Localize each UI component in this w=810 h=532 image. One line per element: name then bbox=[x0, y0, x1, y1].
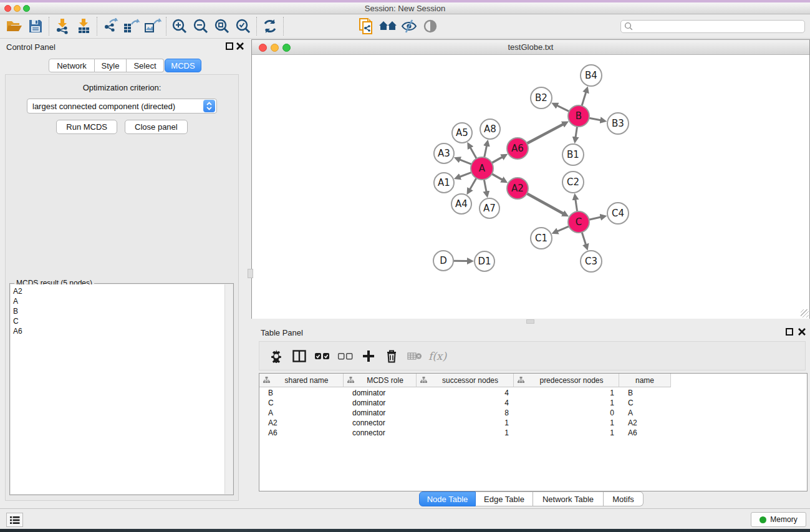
close-panel-icon[interactable] bbox=[798, 327, 806, 336]
cell-shared-name[interactable]: B bbox=[259, 388, 344, 398]
add-column-icon[interactable] bbox=[357, 346, 380, 367]
edge-A-A4[interactable] bbox=[470, 178, 476, 190]
criterion-dropdown[interactable]: largest connected component (directed) bbox=[27, 99, 217, 114]
float-panel-icon[interactable] bbox=[786, 328, 793, 336]
run-mcds-button[interactable]: Run MCDS bbox=[56, 120, 117, 134]
edge-C-C2[interactable] bbox=[576, 200, 577, 211]
table-row[interactable]: Cdominator41C bbox=[259, 398, 671, 408]
edge-A-A3[interactable] bbox=[460, 160, 471, 165]
hide-graphics-details-icon[interactable] bbox=[398, 17, 420, 36]
deselect-all-icon[interactable] bbox=[334, 346, 357, 367]
home-view-icon[interactable] bbox=[377, 17, 398, 36]
cell-MCDS-role[interactable]: connector bbox=[344, 428, 417, 438]
export-table-icon[interactable] bbox=[121, 17, 142, 36]
cell-MCDS-role[interactable]: dominator bbox=[344, 388, 417, 398]
cell-shared-name[interactable]: A2 bbox=[259, 418, 344, 428]
edge-A-A5[interactable] bbox=[470, 148, 476, 159]
edge-C-C1[interactable] bbox=[557, 226, 569, 231]
zoom-out-icon[interactable] bbox=[190, 17, 211, 36]
cell-predecessor-nodes[interactable]: 1 bbox=[514, 428, 619, 438]
cell-successor-nodes[interactable]: 4 bbox=[417, 388, 514, 398]
delete-table-icon[interactable] bbox=[403, 346, 426, 367]
cell-name[interactable]: A6 bbox=[619, 428, 671, 438]
edge-B-B1[interactable] bbox=[576, 127, 577, 137]
tab-style[interactable]: Style bbox=[95, 59, 127, 72]
edge-A-A7[interactable] bbox=[484, 180, 486, 192]
minimize-network-window-button[interactable] bbox=[271, 44, 279, 52]
zoom-selected-icon[interactable] bbox=[233, 17, 254, 36]
cell-name[interactable]: A bbox=[619, 408, 671, 418]
zoom-network-window-button[interactable] bbox=[282, 44, 291, 52]
cell-successor-nodes[interactable]: 4 bbox=[417, 398, 514, 408]
column-header-successor-nodes[interactable]: successor nodes bbox=[417, 374, 514, 387]
table-row[interactable]: A6connector11A6 bbox=[259, 428, 671, 438]
table-row[interactable]: Bdominator41B bbox=[259, 388, 671, 398]
settings-gear-icon[interactable] bbox=[264, 346, 287, 367]
zoom-in-icon[interactable] bbox=[169, 17, 190, 36]
network-graph[interactable]: B4B2BB3A5A8A6A3AB1A1C2A2A4A7CC4C1C3DD1 bbox=[252, 56, 809, 319]
result-item[interactable]: A2 bbox=[13, 286, 233, 296]
edge-A-A2[interactable] bbox=[492, 174, 503, 180]
open-session-icon[interactable] bbox=[4, 17, 25, 36]
edge-A-A8[interactable] bbox=[485, 145, 487, 157]
tab-select[interactable]: Select bbox=[127, 59, 164, 72]
edge-A-A6[interactable] bbox=[492, 157, 503, 163]
result-item[interactable]: B bbox=[13, 306, 233, 316]
show-graphics-details-icon[interactable] bbox=[420, 17, 441, 36]
panel-divider-grip[interactable] bbox=[526, 319, 534, 324]
column-header-shared-name[interactable]: shared name bbox=[259, 374, 344, 387]
export-image-icon[interactable] bbox=[142, 17, 163, 36]
close-panel-button[interactable]: Close panel bbox=[125, 120, 188, 134]
network-canvas[interactable]: B4B2BB3A5A8A6A3AB1A1C2A2A4A7CC4C1C3DD1 bbox=[252, 56, 809, 319]
function-builder-icon[interactable]: f(x) bbox=[426, 346, 449, 367]
export-network-icon[interactable] bbox=[100, 17, 121, 36]
minimize-window-button[interactable] bbox=[14, 5, 21, 12]
cell-predecessor-nodes[interactable]: 1 bbox=[514, 388, 619, 398]
edge-B-B2[interactable] bbox=[557, 105, 569, 111]
cell-MCDS-role[interactable]: connector bbox=[344, 418, 417, 428]
cell-shared-name[interactable]: A bbox=[259, 408, 344, 418]
column-header-MCDS-role[interactable]: MCDS role bbox=[344, 374, 417, 387]
zoom-fit-icon[interactable] bbox=[211, 17, 233, 36]
cell-MCDS-role[interactable]: dominator bbox=[344, 398, 417, 408]
cell-successor-nodes[interactable]: 1 bbox=[417, 418, 514, 428]
import-table-icon[interactable] bbox=[73, 17, 94, 36]
tab-motifs[interactable]: Motifs bbox=[604, 491, 644, 506]
network-window-titlebar[interactable]: testGlobe.txt bbox=[252, 40, 809, 55]
mcds-result-list[interactable]: A2ABCA6 bbox=[11, 284, 233, 494]
tab-network-table[interactable]: Network Table bbox=[533, 491, 604, 506]
search-field[interactable] bbox=[620, 20, 805, 33]
cell-shared-name[interactable]: A6 bbox=[259, 428, 344, 438]
result-list-scrollbar[interactable] bbox=[224, 284, 233, 494]
edge-C-C3[interactable] bbox=[582, 232, 586, 244]
task-history-button[interactable] bbox=[6, 513, 23, 527]
panel-divider-grip[interactable] bbox=[248, 269, 253, 278]
clone-network-icon[interactable] bbox=[356, 17, 377, 36]
edge-C-C4[interactable] bbox=[589, 217, 601, 220]
edge-A6-B[interactable] bbox=[527, 124, 563, 143]
delete-column-icon[interactable] bbox=[380, 346, 403, 367]
close-network-window-button[interactable] bbox=[259, 44, 267, 52]
window-resize-grip[interactable] bbox=[801, 309, 809, 317]
zoom-window-button[interactable] bbox=[23, 5, 30, 12]
tab-node-table[interactable]: Node Table bbox=[419, 491, 476, 506]
node-table[interactable]: shared nameMCDS rolesuccessor nodesprede… bbox=[259, 373, 808, 491]
result-item[interactable]: A6 bbox=[13, 326, 233, 336]
refresh-icon[interactable] bbox=[259, 17, 281, 36]
result-item[interactable]: C bbox=[13, 316, 233, 326]
cell-predecessor-nodes[interactable]: 1 bbox=[514, 418, 619, 428]
cell-name[interactable]: A2 bbox=[619, 418, 671, 428]
cell-name[interactable]: C bbox=[619, 398, 671, 408]
edge-B-B4[interactable] bbox=[582, 92, 586, 106]
save-session-icon[interactable] bbox=[25, 17, 46, 36]
edge-A2-C[interactable] bbox=[527, 193, 564, 213]
memory-button[interactable]: Memory bbox=[751, 512, 806, 527]
cell-successor-nodes[interactable]: 1 bbox=[417, 428, 514, 438]
cell-successor-nodes[interactable]: 8 bbox=[417, 408, 514, 418]
tab-network[interactable]: Network bbox=[49, 59, 95, 72]
result-item[interactable]: A bbox=[13, 296, 233, 306]
table-row[interactable]: A2connector11A2 bbox=[259, 418, 671, 428]
float-panel-icon[interactable] bbox=[226, 42, 233, 50]
tab-edge-table[interactable]: Edge Table bbox=[476, 491, 533, 506]
cell-MCDS-role[interactable]: dominator bbox=[344, 408, 417, 418]
